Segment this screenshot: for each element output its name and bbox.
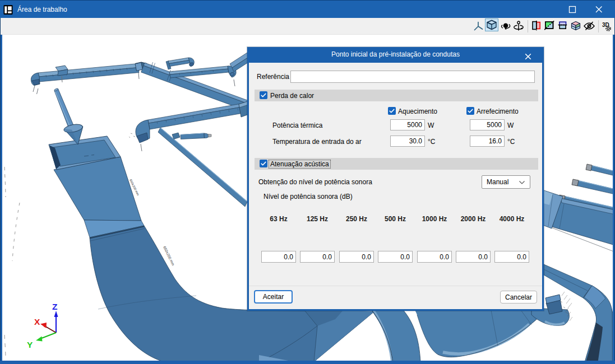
thermal-power-cooling-unit: W: [507, 122, 514, 129]
cooling-checkbox[interactable]: [466, 107, 474, 115]
cancel-button[interactable]: Cancelar: [500, 291, 537, 304]
freq-header-63: 63 Hz: [261, 215, 296, 223]
duct-branches-top: [166, 52, 253, 78]
axis-x-label: X: [34, 317, 40, 326]
acoustic-label: Atenuação acústica: [269, 160, 330, 168]
accept-button[interactable]: Aceitar: [254, 290, 293, 304]
app-logo-icon: [3, 5, 13, 15]
sound-level-input-2000[interactable]: [456, 251, 491, 263]
layers-cube-icon[interactable]: [570, 21, 581, 32]
toolbar-separator-2: [598, 20, 599, 32]
thermal-power-cooling-input[interactable]: [470, 119, 505, 130]
air-temp-cooling-unit: °C: [507, 138, 515, 146]
duct-run-top-left: [31, 64, 139, 86]
air-temp-cooling-input[interactable]: [470, 136, 505, 147]
start-point-arrow: [54, 88, 83, 144]
freq-header-1000: 1000 Hz: [417, 215, 452, 223]
freq-header-500: 500 Hz: [378, 215, 413, 223]
dialog-title[interactable]: Ponto inicial da pré-instalação de condu…: [247, 47, 544, 63]
sound-method-select[interactable]: Manual: [482, 175, 530, 189]
section-plane-x-icon[interactable]: [531, 21, 542, 32]
axis-y-label: Y: [27, 340, 33, 349]
freq-header-250: 250 Hz: [339, 215, 374, 223]
turntable-icon[interactable]: [513, 21, 524, 32]
heat-loss-label: Perda de calor: [270, 92, 314, 100]
thermal-power-heating-unit: W: [428, 122, 434, 129]
view-3d-settings-icon[interactable]: 3D: [601, 21, 612, 32]
footer-separator: [249, 286, 542, 286]
toolbar: 3D: [1, 18, 614, 35]
dialog-duct-preinstall: Ponto inicial da pré-instalação de condu…: [247, 47, 544, 311]
sound-method-value: Manual: [487, 178, 508, 186]
sound-table-label: Nível de potência sonora (dB): [263, 193, 353, 200]
freq-header-4000: 4000 Hz: [494, 215, 529, 223]
application-window: 650x200 mm 650x200 mm Z X Y: [0, 0, 615, 364]
sound-level-input-250[interactable]: [339, 251, 374, 263]
hide-eye-icon[interactable]: [584, 21, 595, 32]
duct-right-side: [537, 164, 613, 361]
air-temp-heating-unit: °C: [428, 138, 435, 146]
reference-label: Referência: [257, 73, 289, 81]
section-diagonal-icon[interactable]: [544, 21, 555, 32]
dialog-close-icon[interactable]: [524, 52, 533, 61]
orbit-icon[interactable]: [500, 21, 511, 32]
window-border-left: [0, 18, 2, 364]
acoustic-checkbox[interactable]: [260, 160, 267, 167]
maximize-button[interactable]: [563, 1, 582, 18]
cooling-label: Arrefecimento: [477, 108, 519, 115]
freq-header-125: 125 Hz: [300, 215, 335, 223]
sound-method-label: Obtenção do nível de potência sonora: [258, 178, 372, 186]
sound-level-input-4000[interactable]: [494, 251, 529, 263]
axis-z-label: Z: [52, 302, 58, 311]
air-temp-heating-input[interactable]: [390, 136, 425, 147]
sound-level-input-125[interactable]: [300, 251, 335, 263]
heat-loss-checkbox[interactable]: [260, 91, 267, 99]
heating-label: Aquecimento: [398, 108, 437, 115]
section-plane-z-icon[interactable]: [557, 21, 568, 32]
close-button[interactable]: [589, 1, 608, 18]
window-title: Área de trabalho: [17, 6, 67, 13]
view-3d-button[interactable]: [485, 18, 498, 31]
duct-branch-thin: [158, 128, 247, 207]
toolbar-separator: [528, 20, 528, 32]
air-temp-label: Temperatura de entrada do ar: [272, 138, 362, 146]
threed-label: 3D: [602, 22, 609, 28]
window-titlebar: Área de trabalho: [0, 0, 615, 18]
thermal-power-label: Potência térmica: [272, 122, 322, 129]
reference-input[interactable]: [290, 71, 535, 83]
window-border-bottom: [0, 361, 615, 364]
sound-level-input-500[interactable]: [378, 251, 413, 263]
axes-icon[interactable]: [473, 21, 484, 32]
axis-triad: Z X Y: [27, 302, 58, 349]
chevron-down-icon: [519, 181, 525, 184]
sound-level-input-63[interactable]: [261, 251, 296, 263]
cube-icon: [485, 19, 498, 31]
window-border-right: [613, 18, 615, 364]
freq-header-2000: 2000 Hz: [456, 215, 491, 223]
sound-level-input-1000[interactable]: [417, 251, 452, 263]
thermal-power-heating-input[interactable]: [390, 119, 425, 130]
heating-checkbox[interactable]: [388, 107, 396, 115]
